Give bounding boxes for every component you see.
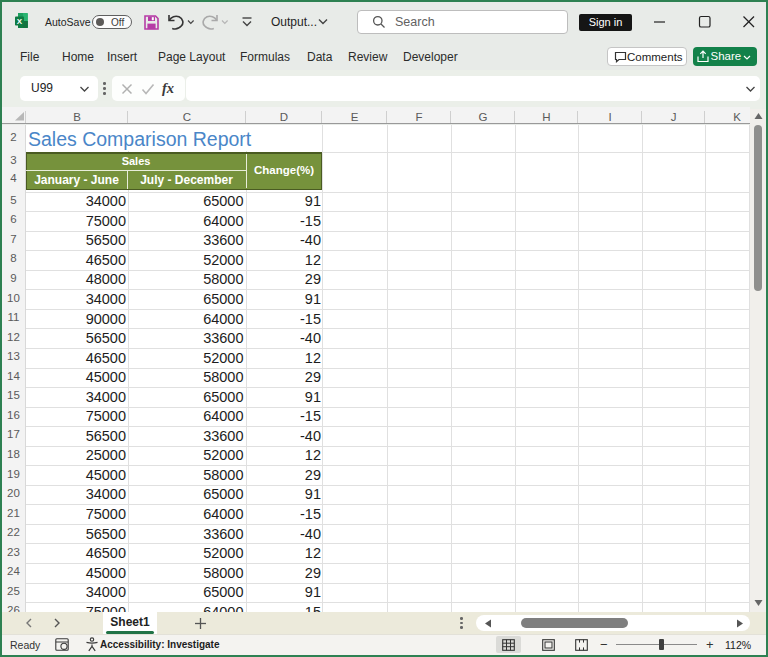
- svg-text:X: X: [17, 17, 23, 26]
